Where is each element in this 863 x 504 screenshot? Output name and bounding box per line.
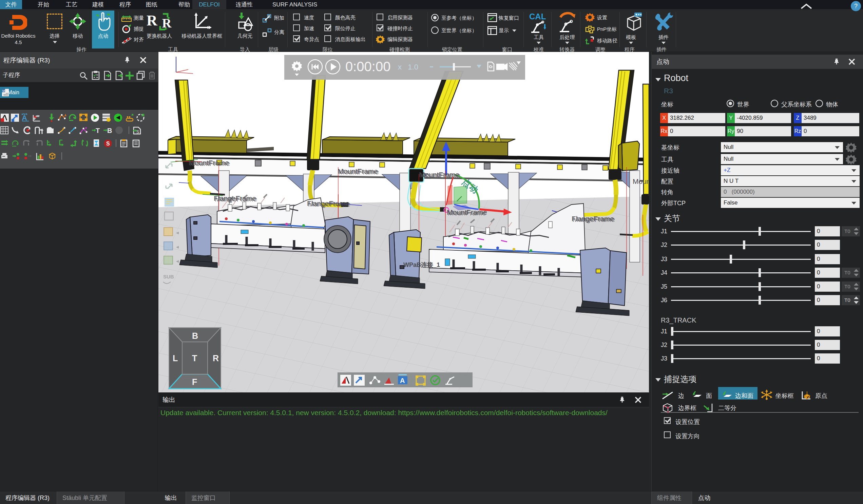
svg-text:B: B [192, 331, 198, 341]
svg-text:WPaB连接_1: WPaB连接_1 [403, 262, 440, 268]
svg-text:S: S [136, 129, 139, 134]
svg-text:MountFra: MountFra [633, 177, 649, 185]
svg-text:M: M [2, 89, 5, 92]
svg-text:MangeFrame: MangeFrame [215, 195, 257, 203]
svg-text:B: B [107, 127, 112, 134]
svg-text:MountFrame: MountFrame [339, 168, 379, 176]
svg-text:MounFrame: MounFrame [448, 209, 486, 217]
svg-text:F: F [192, 377, 197, 387]
svg-text:T: T [192, 353, 197, 363]
svg-text:T: T [96, 127, 100, 134]
svg-text:MangeFrame: MangeFrame [573, 215, 615, 223]
svg-text:MountFrame: MountFrame [420, 171, 460, 179]
svg-text:x 1.0: x 1.0 [398, 63, 418, 71]
svg-text:A: A [400, 377, 405, 384]
svg-text:SUB: SUB [163, 274, 174, 279]
svg-text:MountFrame: MountFrame [190, 160, 230, 167]
svg-text:S: S [106, 141, 110, 147]
svg-text:R: R [213, 353, 219, 363]
svg-text:MangeFrame: MangeFrame [308, 200, 350, 208]
svg-text:L: L [173, 353, 178, 363]
svg-text:0:00:00: 0:00:00 [345, 59, 390, 74]
